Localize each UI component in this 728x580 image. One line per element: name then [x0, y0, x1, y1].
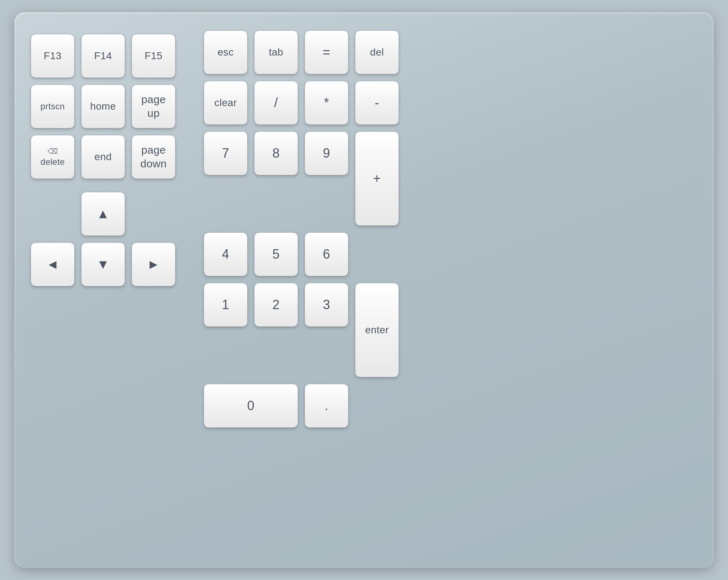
numpad-row5: 1 2 3 enter — [204, 283, 697, 377]
tab-key[interactable]: tab — [254, 30, 298, 74]
home-key[interactable]: home — [81, 84, 125, 128]
right-section: esc tab = del clear / * - — [204, 30, 697, 428]
equals-key[interactable]: = — [305, 30, 349, 74]
num5-key[interactable]: 5 — [254, 232, 298, 276]
keyboard: F13 F14 F15 prtscn home page up — [14, 12, 714, 568]
arrow-lr-row: ◄ ▼ ► — [31, 242, 182, 286]
minus-key[interactable]: - — [355, 81, 399, 125]
num7-key[interactable]: 7 — [204, 131, 248, 175]
num9-key[interactable]: 9 — [305, 131, 349, 175]
num1-key[interactable]: 1 — [204, 283, 248, 327]
numpad-row6: 0 . — [204, 384, 697, 428]
enter-key[interactable]: enter — [355, 283, 399, 377]
esc-key[interactable]: esc — [204, 30, 248, 74]
arrow-up-row: ▲ — [31, 192, 182, 236]
page-up-key[interactable]: page up — [132, 84, 176, 128]
fn-key-row: F13 F14 F15 — [31, 34, 182, 78]
page-down-key[interactable]: page down — [132, 135, 176, 179]
f14-key[interactable]: F14 — [81, 34, 125, 78]
numpad-row1: esc tab = del — [204, 30, 697, 74]
f15-key[interactable]: F15 — [132, 34, 176, 78]
num0-key[interactable]: 0 — [204, 384, 298, 428]
nav-key-row1: prtscn home page up — [31, 84, 182, 128]
clear-key[interactable]: clear — [204, 81, 248, 125]
f13-key[interactable]: F13 — [31, 34, 75, 78]
del-key[interactable]: del — [355, 30, 399, 74]
numpad-row3: 7 8 9 + — [204, 131, 697, 226]
arrow-down-key[interactable]: ▼ — [81, 242, 125, 286]
decimal-key[interactable]: . — [305, 384, 349, 428]
divide-key[interactable]: / — [254, 81, 298, 125]
multiply-key[interactable]: * — [305, 81, 349, 125]
delete-key[interactable]: ⌫ delete — [31, 135, 75, 179]
numpad-row4: 4 5 6 — [204, 232, 697, 276]
num3-key[interactable]: 3 — [305, 283, 349, 327]
nav-key-row2: ⌫ delete end page down — [31, 135, 182, 179]
arrow-left-key[interactable]: ◄ — [31, 242, 75, 286]
prtscn-key[interactable]: prtscn — [31, 84, 75, 128]
num8-key[interactable]: 8 — [254, 131, 298, 175]
arrow-right-key[interactable]: ► — [132, 242, 176, 286]
num6-key[interactable]: 6 — [305, 232, 349, 276]
end-key[interactable]: end — [81, 135, 125, 179]
plus-key[interactable]: + — [355, 131, 399, 226]
num2-key[interactable]: 2 — [254, 283, 298, 327]
arrow-up-key[interactable]: ▲ — [81, 192, 125, 236]
num4-key[interactable]: 4 — [204, 232, 248, 276]
left-section: F13 F14 F15 prtscn home page up — [31, 30, 182, 286]
numpad-row2: clear / * - — [204, 81, 697, 125]
